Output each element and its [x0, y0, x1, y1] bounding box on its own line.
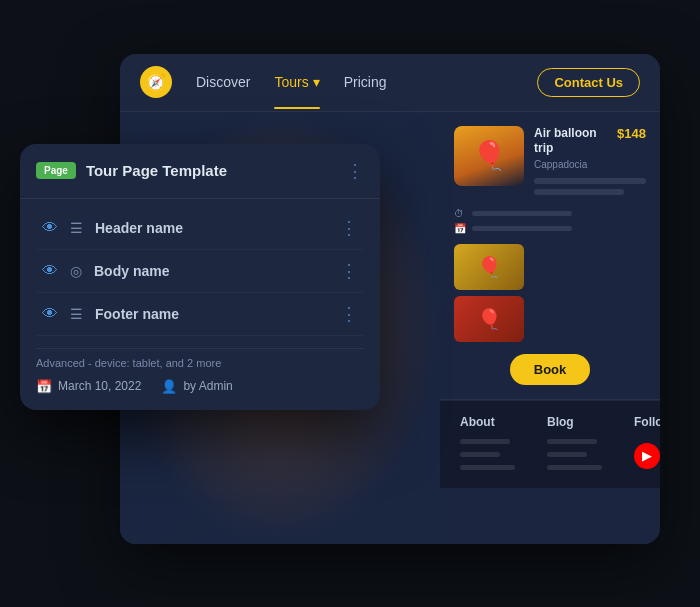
author-icon: 👤: [161, 379, 177, 394]
social-icons: ▶ f ✈: [634, 443, 660, 469]
panel-more-icon[interactable]: ⋮: [346, 160, 364, 182]
tour-meta: ⏱ 📅: [454, 208, 646, 234]
meta-date-item: 📅 March 10, 2022: [36, 379, 141, 394]
nav-link-discover[interactable]: Discover: [196, 74, 250, 90]
tour-card: 🎈 Air balloon trip $148 Cappadocia: [440, 112, 660, 400]
youtube-icon[interactable]: ▶: [634, 443, 660, 469]
contact-button[interactable]: Contact Us: [537, 68, 640, 97]
calendar-icon: 📅: [454, 223, 466, 234]
thumb-small-1: 🎈: [454, 244, 524, 290]
chevron-down-icon: ▾: [313, 74, 320, 90]
scene: 🧭 Discover Tours ▾ Pricing Contact Us 🎈: [20, 24, 680, 584]
footer-col-follow: Follow ▶ f ✈: [634, 415, 660, 469]
date-icon: 📅: [36, 379, 52, 394]
skeleton-2: [534, 189, 624, 195]
tour-title-row: Air balloon trip $148: [534, 126, 646, 157]
clock-icon: ⏱: [454, 208, 466, 219]
skeleton-1: [534, 178, 646, 184]
footer-skeleton-5: [547, 452, 587, 457]
tour-skeleton-lines: [534, 178, 646, 195]
thumb-image-2: 🎈: [454, 296, 524, 342]
overlay-panel: Page Tour Page Template ⋮ 👁 ☰ Header nam…: [20, 144, 380, 410]
footer-skeleton-6: [547, 465, 602, 470]
header-item-more[interactable]: ⋮: [340, 217, 358, 239]
meta-skeleton-2: [472, 226, 572, 231]
logo-icon: 🧭: [146, 73, 166, 92]
panel-item-header[interactable]: 👁 ☰ Header name ⋮: [36, 207, 364, 250]
panel-item-footer[interactable]: 👁 ☰ Footer name ⋮: [36, 293, 364, 336]
footer-skeleton-1: [460, 439, 510, 444]
tour-name: Air balloon trip: [534, 126, 611, 157]
advanced-text: Advanced - device: tablet, and 2 more: [36, 348, 364, 369]
tour-price: $148: [617, 126, 646, 141]
tours-label: Tours: [274, 74, 308, 90]
nav-logo[interactable]: 🧭: [140, 66, 172, 98]
meta-author-label: by Admin: [183, 379, 232, 393]
meta-row-2: 📅: [454, 223, 646, 234]
header-layout-icon: ☰: [70, 220, 83, 236]
eye-icon-footer[interactable]: 👁: [42, 305, 58, 323]
panel-meta-row: 📅 March 10, 2022 👤 by Admin: [36, 379, 364, 394]
panel-header: Page Tour Page Template ⋮: [36, 160, 364, 182]
meta-author-item: 👤 by Admin: [161, 379, 232, 394]
meta-skeleton-1: [472, 211, 572, 216]
right-sidebar: 🎈 Air balloon trip $148 Cappadocia: [440, 112, 660, 544]
footer-follow-label: Follow: [634, 415, 660, 429]
panel-divider: [20, 198, 380, 199]
thumb-image-1: 🎈: [454, 244, 524, 290]
panel-title: Tour Page Template: [86, 162, 336, 179]
body-item-label: Body name: [94, 263, 328, 279]
footer-item-more[interactable]: ⋮: [340, 303, 358, 325]
footer-item-label: Footer name: [95, 306, 328, 322]
tour-card-top: 🎈 Air balloon trip $148 Cappadocia: [454, 126, 646, 200]
footer-layout-icon: ☰: [70, 306, 83, 322]
footer-col-about: About: [460, 415, 515, 474]
header-item-label: Header name: [95, 220, 328, 236]
footer-section: About Blog Follow ▶: [440, 400, 660, 488]
footer-skeleton-2: [460, 452, 500, 457]
footer-skeleton-3: [460, 465, 515, 470]
page-badge: Page: [36, 162, 76, 179]
meta-date-label: March 10, 2022: [58, 379, 141, 393]
body-layout-icon: ◎: [70, 263, 82, 279]
eye-icon-header[interactable]: 👁: [42, 219, 58, 237]
tour-thumb-image: 🎈: [454, 126, 524, 186]
nav-link-pricing[interactable]: Pricing: [344, 74, 387, 90]
body-item-more[interactable]: ⋮: [340, 260, 358, 282]
tour-location: Cappadocia: [534, 159, 646, 170]
tour-info: Air balloon trip $148 Cappadocia: [534, 126, 646, 200]
footer-skeleton-4: [547, 439, 597, 444]
footer-about-label: About: [460, 415, 515, 429]
thumb-list: 🎈 🎈: [454, 244, 646, 342]
nav-link-tours[interactable]: Tours ▾: [274, 74, 319, 90]
footer-col-blog: Blog: [547, 415, 602, 474]
eye-icon-body[interactable]: 👁: [42, 262, 58, 280]
book-button[interactable]: Book: [510, 354, 591, 385]
meta-row-1: ⏱: [454, 208, 646, 219]
navbar: 🧭 Discover Tours ▾ Pricing Contact Us: [120, 54, 660, 112]
thumb-small-2: 🎈: [454, 296, 524, 342]
footer-blog-label: Blog: [547, 415, 602, 429]
tour-thumbnail: 🎈: [454, 126, 524, 186]
panel-item-body[interactable]: 👁 ◎ Body name ⋮: [36, 250, 364, 293]
